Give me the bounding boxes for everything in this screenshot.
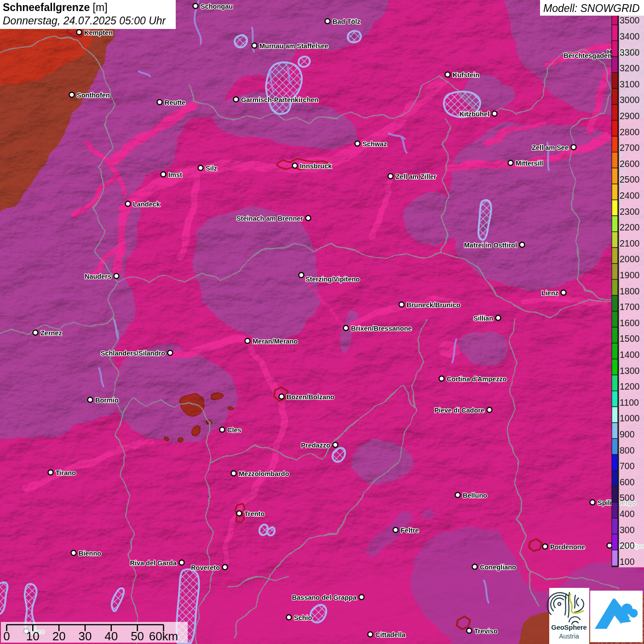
- svg-text:Brixen/Bressanone: Brixen/Bressanone: [351, 325, 412, 332]
- svg-text:900: 900: [620, 429, 635, 439]
- svg-text:2500: 2500: [620, 174, 640, 184]
- svg-text:2100: 2100: [620, 238, 640, 248]
- svg-text:Bad Tölz: Bad Tölz: [333, 18, 360, 25]
- svg-text:Zell am Ziller: Zell am Ziller: [396, 173, 437, 180]
- svg-text:Bormio: Bormio: [95, 397, 119, 404]
- svg-text:2300: 2300: [620, 207, 640, 217]
- svg-text:Riva del Garda: Riva del Garda: [130, 559, 177, 567]
- svg-text:Trento: Trento: [244, 510, 264, 518]
- svg-text:Murnau am Staffelsee: Murnau am Staffelsee: [259, 42, 328, 50]
- svg-text:60km: 60km: [149, 629, 178, 643]
- svg-text:Mittersill: Mittersill: [516, 160, 543, 167]
- svg-text:0: 0: [3, 629, 10, 643]
- svg-text:Nauders: Nauders: [85, 273, 111, 280]
- svg-text:Sillian: Sillian: [473, 315, 493, 322]
- svg-text:Meran/Merano: Meran/Merano: [253, 338, 298, 345]
- svg-text:Kempten: Kempten: [84, 29, 113, 36]
- svg-text:600: 600: [620, 477, 635, 487]
- svg-text:Tirano: Tirano: [56, 469, 76, 477]
- svg-text:Kitzbühel: Kitzbühel: [460, 110, 489, 118]
- svg-text:1700: 1700: [620, 302, 640, 312]
- svg-text:Feltre: Feltre: [401, 527, 419, 534]
- svg-text:Treviso: Treviso: [474, 627, 498, 635]
- svg-text:700: 700: [620, 461, 635, 471]
- svg-text:Schneefallgrenze [m]: Schneefallgrenze [m]: [3, 1, 108, 13]
- svg-text:Cles: Cles: [227, 426, 242, 434]
- svg-text:2800: 2800: [620, 127, 640, 137]
- svg-text:Conegliano: Conegliano: [480, 564, 516, 571]
- svg-text:200: 200: [620, 540, 635, 551]
- svg-text:Berchtesgaden: Berchtesgaden: [564, 52, 612, 59]
- svg-text:2900: 2900: [620, 111, 640, 121]
- svg-text:Reutte: Reutte: [165, 99, 185, 106]
- svg-text:50: 50: [131, 629, 144, 643]
- svg-text:Modell: SNOWGRID: Modell: SNOWGRID: [543, 2, 640, 14]
- svg-text:1200: 1200: [620, 381, 640, 391]
- svg-text:3100: 3100: [620, 79, 640, 89]
- svg-text:800: 800: [620, 445, 635, 455]
- svg-text:3500: 3500: [620, 15, 640, 25]
- svg-text:Bozen/Bolzano: Bozen/Bolzano: [287, 393, 334, 401]
- svg-text:Silz: Silz: [206, 165, 217, 172]
- svg-text:10: 10: [26, 629, 40, 643]
- svg-text:Zell am See: Zell am See: [532, 144, 569, 151]
- svg-text:3400: 3400: [620, 31, 640, 41]
- svg-text:Schlanders/Silandro: Schlanders/Silandro: [101, 350, 165, 357]
- svg-text:1800: 1800: [620, 286, 640, 296]
- svg-text:1000: 1000: [620, 413, 640, 423]
- svg-text:Mezzolombardo: Mezzolombardo: [239, 470, 289, 477]
- svg-text:2000: 2000: [620, 254, 640, 264]
- svg-text:Lienz: Lienz: [541, 289, 558, 297]
- svg-text:3300: 3300: [620, 47, 640, 58]
- svg-text:Schwaz: Schwaz: [362, 140, 387, 148]
- svg-text:30: 30: [79, 629, 92, 643]
- svg-text:Kufstein: Kufstein: [453, 71, 479, 79]
- svg-text:400: 400: [620, 509, 635, 519]
- svg-text:GeoSphere: GeoSphere: [551, 623, 586, 631]
- svg-text:3000: 3000: [620, 95, 640, 105]
- svg-text:500: 500: [620, 493, 635, 503]
- svg-text:40: 40: [104, 629, 118, 643]
- svg-text:Belluno: Belluno: [463, 492, 487, 499]
- svg-text:1300: 1300: [620, 366, 640, 376]
- svg-text:Imst: Imst: [168, 171, 182, 178]
- svg-text:1500: 1500: [620, 334, 640, 344]
- svg-text:Pordenone: Pordenone: [550, 543, 585, 551]
- svg-text:Landeck: Landeck: [133, 201, 161, 208]
- svg-text:Sterzing/Vipiteno: Sterzing/Vipiteno: [305, 276, 360, 283]
- svg-text:3200: 3200: [620, 63, 640, 73]
- svg-text:Rovereto: Rovereto: [191, 564, 220, 571]
- svg-text:1100: 1100: [620, 397, 639, 408]
- svg-text:1900: 1900: [620, 270, 640, 280]
- svg-text:300: 300: [620, 525, 635, 535]
- svg-text:Zernez: Zernez: [40, 329, 62, 337]
- svg-text:Garmisch-Partenkirchen: Garmisch-Partenkirchen: [241, 96, 318, 104]
- svg-text:Schongau: Schongau: [201, 3, 233, 10]
- svg-text:2200: 2200: [620, 222, 640, 232]
- svg-text:2600: 2600: [620, 159, 640, 169]
- svg-text:Predazzo: Predazzo: [301, 442, 330, 449]
- svg-text:Sonthofen: Sonthofen: [77, 92, 110, 99]
- svg-text:Austria: Austria: [559, 632, 579, 640]
- svg-text:2400: 2400: [620, 190, 640, 201]
- svg-text:1600: 1600: [620, 318, 640, 328]
- svg-text:Matrei in Osttirol: Matrei in Osttirol: [464, 242, 517, 249]
- svg-text:Pieve di Cadore: Pieve di Cadore: [434, 407, 484, 414]
- svg-text:20: 20: [52, 629, 66, 643]
- svg-text:1400: 1400: [620, 350, 640, 360]
- svg-text:Bienno: Bienno: [79, 550, 101, 557]
- svg-text:100: 100: [620, 557, 635, 567]
- svg-text:Cortina d'Ampezzo: Cortina d'Ampezzo: [447, 375, 507, 383]
- svg-text:Steinach am Brenner: Steinach am Brenner: [236, 215, 303, 222]
- svg-text:Cittadella: Cittadella: [375, 631, 406, 638]
- svg-text:2700: 2700: [620, 143, 640, 153]
- svg-text:Donnerstag, 24.07.2025 05:00 U: Donnerstag, 24.07.2025 05:00 Uhr: [3, 15, 167, 27]
- svg-text:Schio: Schio: [294, 614, 312, 621]
- svg-text:Bruneck/Brunico: Bruneck/Brunico: [407, 301, 460, 309]
- svg-text:Innsbruck: Innsbruck: [300, 162, 332, 170]
- svg-text:Bassano del Grappa: Bassano del Grappa: [292, 594, 357, 601]
